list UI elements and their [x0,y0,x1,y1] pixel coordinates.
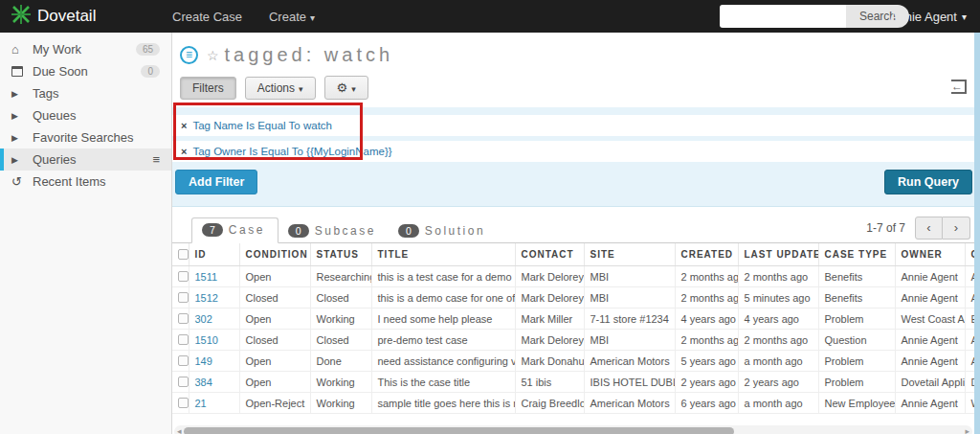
column-header[interactable]: LAST UPDATED [738,243,818,266]
add-filter-button[interactable]: Add Filter [175,170,257,194]
nav-create-menu[interactable]: Create▾ [269,10,315,24]
tab-solution[interactable]: 0 Solution [389,219,498,243]
next-page-button[interactable]: › [943,217,970,240]
scroll-right-icon[interactable]: ▸ [965,425,969,434]
sidebar-item-tags[interactable]: ▶ Tags [0,82,171,104]
table-cell: 2 months ago [738,266,818,287]
table-cell: MBI [584,266,675,287]
table-cell: 2 years ago [738,372,818,393]
chevron-down-icon: ▾ [310,12,315,23]
table-cell: Annie Agent [895,393,965,414]
table-cell: Open [239,266,310,287]
caret-right-icon: ▶ [11,89,33,99]
case-id-link[interactable]: 1511 [189,266,239,287]
chevron-down-icon: ▾ [962,11,967,22]
column-header[interactable]: C [965,243,974,266]
count-badge: 65 [136,43,160,56]
row-checkbox[interactable] [178,313,189,324]
case-id-link[interactable]: 21 [189,393,239,414]
row-checkbox[interactable] [178,292,189,303]
top-nav: Create Case Create▾ [172,10,315,24]
table-cell: I need some help please [371,308,515,330]
horizontal-scrollbar[interactable]: ◂ ▸ [174,425,972,434]
sidebar-item-queries[interactable]: ▶ Queries ≡ [0,148,171,171]
list-icon[interactable]: ≡ [152,152,160,167]
column-header[interactable]: CONDITION [239,243,310,266]
filter-label: Tag Name Is Equal To watch [192,120,332,131]
column-header[interactable]: CREATED [675,243,738,266]
table-cell: Open [239,308,310,330]
column-header[interactable]: TITLE [371,243,515,266]
table-cell: Mark Miller [515,308,584,330]
row-checkbox[interactable] [178,355,189,366]
top-bar: Dovetail Create Case Create▾ Search Anni… [0,0,980,33]
search-input[interactable] [720,5,846,28]
actions-button[interactable]: Actions▾ [245,77,316,100]
table-cell: A [965,330,974,351]
collapse-panel-icon[interactable]: ← [951,80,967,94]
table-cell: Mark Donahue [515,351,584,372]
scroll-left-icon[interactable]: ◂ [177,425,182,434]
filter-chip-tag-name[interactable]: × Tag Name Is Equal To watch [172,115,974,136]
table-row: 1512ClosedClosedthis is a demo case for … [172,287,974,308]
table-cell: 2 months ago [675,266,738,287]
tab-subcase[interactable]: 0 Subcase [278,219,389,243]
table-cell: a month ago [738,393,818,414]
column-header[interactable]: CONTACT [515,243,584,266]
table-cell: 51 ibis [515,372,584,393]
remove-filter-icon[interactable]: × [181,120,187,131]
case-id-link[interactable]: 384 [189,372,239,393]
table-cell: Dovetail Applica [895,372,965,393]
case-id-link[interactable]: 149 [189,351,239,372]
case-id-link[interactable]: 302 [189,308,239,330]
table-cell: A [965,266,974,287]
tab-case[interactable]: 7 Case [191,217,278,243]
table-cell: A [965,351,974,372]
column-header[interactable]: CASE TYPE [818,243,895,266]
brand[interactable]: Dovetail [0,5,172,28]
tab-count-badge: 7 [202,223,223,237]
user-menu[interactable]: Annie Agent ▾ [890,0,967,33]
page-scrollbar[interactable] [974,33,980,434]
nav-create-case[interactable]: Create Case [172,10,242,24]
table-cell: 5 minutes ago [738,287,818,308]
table-row: 384OpenWorkingThis is the case title51 i… [172,372,974,393]
table-body: 1511OpenResearchingthis is a test case f… [172,266,974,414]
sidebar-item-queues[interactable]: ▶ Queues [0,104,171,126]
table-cell: Problem [818,351,895,372]
count-badge: 0 [141,65,160,78]
favorite-star-icon[interactable]: ☆ [207,48,219,63]
prev-page-button[interactable]: ‹ [915,217,943,240]
select-all-checkbox[interactable] [178,249,189,260]
filter-actions: Add Filter Run Query [172,167,974,200]
filter-chip-tag-owner[interactable]: × Tag Owner Is Equal To {{MyLoginName}} [172,141,974,162]
scrollbar-thumb[interactable] [184,427,734,434]
column-header[interactable]: STATUS [310,243,371,266]
case-id-link[interactable]: 1510 [189,330,239,351]
row-checkbox[interactable] [178,377,189,387]
sidebar-item-my-work[interactable]: ⌂ My Work 65 [0,38,171,60]
table-cell: Mark Delorey [515,266,584,287]
table-cell: Working [310,308,371,330]
table-cell: Working [310,372,371,393]
table-cell: Closed [310,287,371,308]
settings-button[interactable]: ⚙▾ [324,76,368,100]
pagination: 1-7 of 7 ‹ › [866,217,970,240]
case-id-link[interactable]: 1512 [189,287,239,308]
table-cell: Annie Agent [895,287,965,308]
column-header[interactable]: OWNER [895,243,965,266]
sidebar-item-favorite-searches[interactable]: ▶ Favorite Searches [0,126,171,148]
run-query-button[interactable]: Run Query [884,170,972,194]
sidebar-item-recent-items[interactable]: ↺ Recent Items [0,171,171,193]
row-checkbox[interactable] [178,334,189,345]
remove-filter-icon[interactable]: × [181,146,187,157]
column-header[interactable]: ID [189,243,239,266]
row-checkbox[interactable] [178,398,189,408]
column-header[interactable]: SITE [584,243,675,266]
filters-button[interactable]: Filters [180,77,236,100]
sidebar-item-due-soon[interactable]: Due Soon 0 [0,60,171,82]
row-checkbox[interactable] [178,271,189,282]
table-cell: Researching [310,266,371,287]
table-cell: Mark Delorey [515,330,584,351]
table-cell: This is the case title [371,372,515,393]
